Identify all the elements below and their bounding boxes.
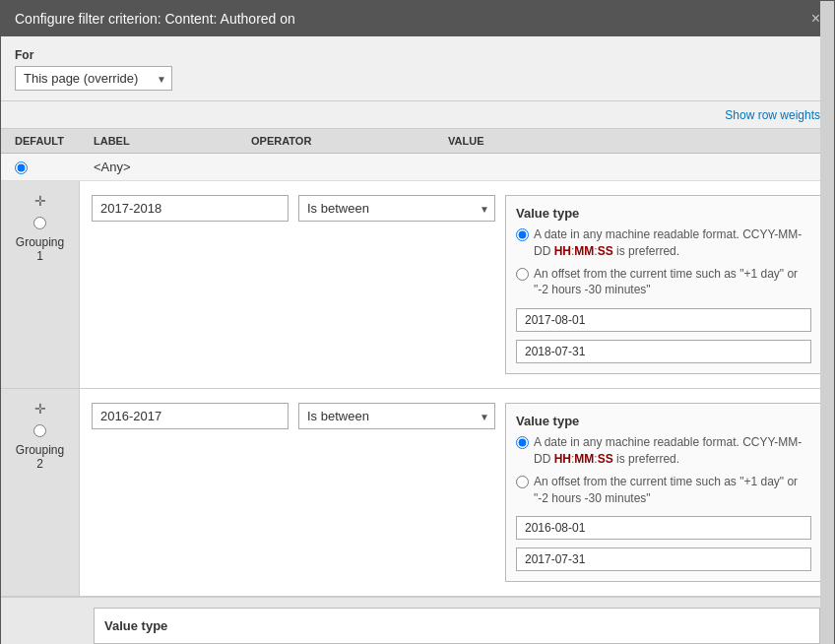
- modal-header: Configure filter criterion: Content: Aut…: [1, 1, 834, 36]
- date-inputs-2: [516, 512, 811, 571]
- label-input-2[interactable]: [92, 403, 289, 429]
- drag-handle-icon-2[interactable]: ✛: [34, 401, 46, 417]
- date-input-1a[interactable]: [516, 308, 811, 332]
- date-input-2b[interactable]: [516, 547, 811, 571]
- scrollbar[interactable]: [820, 1, 834, 644]
- value-type-option-2b: An offset from the current time such as …: [516, 474, 811, 507]
- value-type-section-2: Value type A date in any machine readabl…: [505, 403, 822, 582]
- header-value: VALUE: [448, 135, 820, 147]
- operator-select-2[interactable]: Is between Is equal to Is before Is afte…: [298, 403, 495, 429]
- grouping-inner-1: Is between Is equal to Is before Is afte…: [92, 195, 822, 374]
- value-type-text-1a: A date in any machine readable format. C…: [534, 226, 811, 260]
- grouping-inner-2: Is between Is equal to Is before Is afte…: [92, 403, 822, 582]
- value-type-section-1: Value type A date in any machine readabl…: [505, 195, 822, 374]
- value-type-title-1: Value type: [516, 206, 811, 221]
- date-input-2a[interactable]: [516, 516, 811, 540]
- value-type-option-1b: An offset from the current time such as …: [516, 266, 811, 299]
- grouping-row-1: ✛ Grouping 1 Is between Is equal to Is b…: [1, 181, 834, 389]
- grouping-row-2: ✛ Grouping 2 Is between Is equal to Is b…: [1, 389, 834, 597]
- for-select[interactable]: This page (override): [15, 66, 172, 91]
- default-radio[interactable]: [15, 161, 28, 174]
- value-type-text-1b: An offset from the current time such as …: [534, 266, 811, 299]
- default-radio-wrapper: [15, 160, 94, 174]
- grouping-label-1: Grouping 1: [16, 235, 64, 263]
- any-label: <Any>: [94, 160, 251, 174]
- header-operator: OPERATOR: [251, 135, 448, 147]
- value-type-radio-2b[interactable]: [516, 476, 529, 488]
- date-input-1b[interactable]: [516, 340, 811, 363]
- close-button[interactable]: ×: [811, 11, 820, 27]
- grouping-left-1: ✛ Grouping 1: [1, 181, 80, 388]
- for-label: For: [15, 48, 820, 62]
- show-row-weights-link[interactable]: Show row weights: [725, 108, 820, 122]
- bottom-value-type-title: Value type: [104, 618, 809, 633]
- value-type-option-1a: A date in any machine readable format. C…: [516, 226, 811, 260]
- grouping-left-2: ✛ Grouping 2: [1, 389, 80, 596]
- modal: Configure filter criterion: Content: Aut…: [0, 0, 835, 644]
- value-type-radio-1b[interactable]: [516, 268, 529, 281]
- grouping-right-1: Is between Is equal to Is before Is afte…: [80, 181, 834, 388]
- value-type-text-2b: An offset from the current time such as …: [534, 474, 811, 507]
- for-select-wrapper: This page (override) ▼: [15, 66, 172, 91]
- header-default: DEFAULT: [15, 135, 94, 147]
- operator-wrapper-2: Is between Is equal to Is before Is afte…: [298, 403, 495, 429]
- value-type-radio-1a[interactable]: [516, 228, 529, 241]
- value-type-radio-2a[interactable]: [516, 436, 529, 449]
- operator-wrapper-1: Is between Is equal to Is before Is afte…: [298, 195, 495, 222]
- drag-handle-icon-1[interactable]: ✛: [34, 193, 46, 209]
- grouping-label-2: Grouping 2: [16, 443, 64, 471]
- show-row-weights-bar: Show row weights: [1, 101, 834, 129]
- for-section: For This page (override) ▼: [1, 36, 834, 101]
- value-type-option-2a: A date in any machine readable format. C…: [516, 434, 811, 468]
- bottom-partial-inner: Value type: [94, 608, 820, 644]
- value-type-title-2: Value type: [516, 414, 811, 428]
- any-row: <Any>: [1, 154, 834, 181]
- grouping-right-2: Is between Is equal to Is before Is afte…: [80, 389, 834, 596]
- table-header: DEFAULT LABEL OPERATOR VALUE: [1, 129, 834, 154]
- date-inputs-1: [516, 304, 811, 363]
- label-input-1[interactable]: [92, 195, 289, 222]
- bottom-partial-row: Value type: [1, 597, 834, 644]
- value-type-text-2a: A date in any machine readable format. C…: [534, 434, 811, 468]
- grouping-radio-2[interactable]: [33, 424, 46, 437]
- modal-title: Configure filter criterion: Content: Aut…: [15, 11, 295, 27]
- header-label: LABEL: [94, 135, 251, 147]
- operator-select-1[interactable]: Is between Is equal to Is before Is afte…: [298, 195, 495, 222]
- grouping-radio-1[interactable]: [33, 217, 46, 229]
